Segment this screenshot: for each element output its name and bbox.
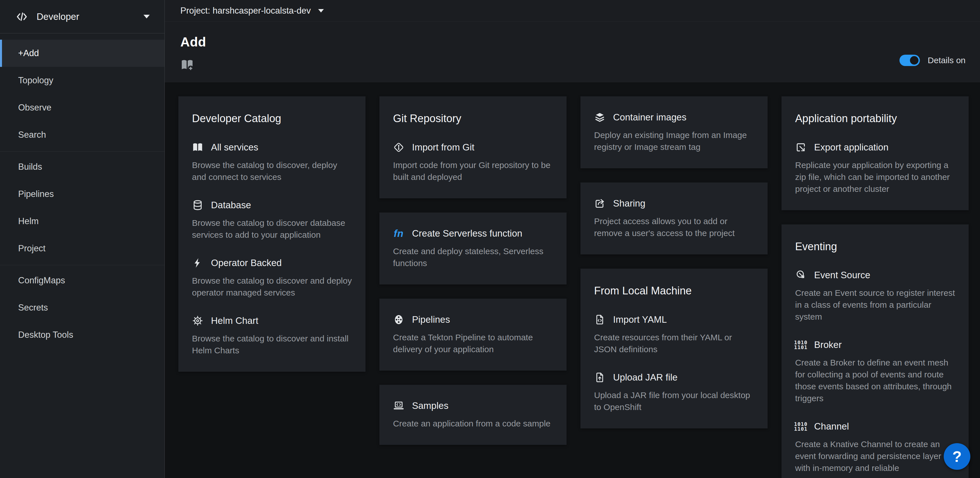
file-upload-icon (594, 372, 605, 383)
project-selector[interactable]: Project: harshcasper-localsta-dev (180, 6, 324, 16)
item-description: Create a Knative Channel to create an ev… (795, 438, 955, 474)
card-column-2: Git RepositoryImport from GitImport code… (379, 96, 566, 478)
file-code-icon (594, 314, 605, 325)
add-item-import-from-git[interactable]: Import from GitImport code from your Git… (393, 142, 553, 183)
add-item-all-services[interactable]: All servicesBrowse the catalog to discov… (192, 142, 352, 183)
page-header: Add Details on (165, 22, 980, 83)
card-title: Developer Catalog (192, 112, 352, 125)
sidebar-item-helm[interactable]: Helm (0, 208, 164, 235)
card-title: Eventing (795, 240, 955, 253)
item-label: Operator Backed (211, 257, 282, 268)
item-header: fnCreate Serverless function (393, 228, 553, 239)
item-header: Upload JAR file (594, 372, 754, 383)
card-developer-catalog: Developer CatalogAll servicesBrowse the … (178, 96, 366, 372)
add-item-samples[interactable]: SamplesCreate an application from a code… (393, 400, 553, 430)
details-toggle-control: Details on (899, 55, 966, 66)
card-column-4: Application portabilityExport applicatio… (781, 96, 969, 478)
add-item-sharing[interactable]: SharingProject access allows you to add … (594, 198, 754, 239)
item-label: Create Serverless function (412, 228, 522, 239)
bolt-icon (192, 257, 203, 268)
item-label: Samples (412, 400, 448, 411)
chevron-down-icon (143, 15, 150, 18)
add-item-helm-chart[interactable]: Helm ChartBrowse the catalog to discover… (192, 315, 352, 356)
item-description: Create an application from a code sample (393, 418, 553, 430)
toggle-knob (910, 56, 918, 65)
item-label: Channel (814, 421, 849, 432)
sidebar-item-secrets[interactable]: Secrets (0, 294, 164, 321)
item-header: All services (192, 142, 352, 153)
item-header: 10101101Broker (795, 339, 955, 351)
database-icon (192, 200, 203, 211)
item-label: Helm Chart (211, 315, 258, 326)
item-description: Upload a JAR file from your local deskto… (594, 389, 754, 413)
item-label: Database (211, 200, 251, 211)
card-container-images: Container imagesDeploy an existing Image… (581, 96, 768, 168)
sidebar-item-desktop-tools[interactable]: Desktop Tools (0, 321, 164, 348)
code-icon (16, 11, 28, 23)
book-icon (192, 142, 203, 153)
item-header: Sharing (594, 198, 754, 209)
add-item-operator-backed[interactable]: Operator BackedBrowse the catalog to dis… (192, 257, 352, 299)
sidebar-nav-group: BuildsPipelinesHelmProject (0, 151, 164, 265)
item-description: Project access allows you to add or remo… (594, 215, 754, 239)
sidebar-item-project[interactable]: Project (0, 235, 164, 262)
item-header: 10101101Channel (795, 421, 955, 432)
card-from-local-machine: From Local MachineImport YAMLCreate reso… (581, 268, 768, 429)
sidebar-item-add[interactable]: +Add (0, 40, 164, 67)
item-description: Browse the catalog to discover, deploy a… (192, 159, 352, 183)
item-header: Database (192, 200, 352, 211)
details-toggle[interactable] (899, 55, 920, 66)
chevron-down-icon (318, 9, 324, 13)
event-source-icon (795, 270, 807, 281)
tekton-icon (393, 314, 404, 325)
add-item-pipelines[interactable]: PipelinesCreate a Tekton Pipeline to aut… (393, 314, 553, 355)
item-label: Upload JAR file (613, 372, 678, 383)
item-header: Samples (393, 400, 553, 411)
card-git-repository: Git RepositoryImport from GitImport code… (379, 96, 566, 199)
sidebar-nav-group: ConfigMapsSecretsDesktop Tools (0, 265, 164, 351)
helm-icon (192, 315, 203, 326)
item-description: Browse the catalog to discover and deplo… (192, 275, 352, 299)
sidebar-nav: +AddTopologyObserveSearchBuildsPipelines… (0, 33, 164, 351)
sidebar-item-configmaps[interactable]: ConfigMaps (0, 267, 164, 294)
item-header: Import YAML (594, 314, 754, 325)
question-mark-icon: ? (953, 448, 962, 465)
item-label: Pipelines (412, 314, 450, 325)
samples-icon (393, 400, 404, 411)
item-description: Import code from your Git repository to … (393, 159, 553, 183)
item-header: Pipelines (393, 314, 553, 325)
sidebar-item-pipelines[interactable]: Pipelines (0, 181, 164, 208)
sidebar-item-topology[interactable]: Topology (0, 67, 164, 94)
add-item-export-application[interactable]: Export applicationReplicate your applica… (795, 142, 955, 195)
item-label: Container images (613, 112, 687, 123)
perspective-label: Developer (37, 11, 79, 22)
item-label: Import YAML (613, 314, 667, 325)
card-column-1: Developer CatalogAll servicesBrowse the … (178, 96, 366, 478)
details-toggle-label: Details on (928, 56, 966, 65)
export-icon (795, 142, 807, 153)
book-plus-icon[interactable] (180, 58, 194, 72)
sidebar: Developer +AddTopologyObserveSearchBuild… (0, 0, 165, 478)
help-button[interactable]: ? (944, 443, 970, 470)
item-description: Create and deploy stateless, Serverless … (393, 245, 553, 269)
add-item-broker[interactable]: 10101101BrokerCreate a Broker to define … (795, 339, 955, 404)
card-title: Git Repository (393, 112, 553, 125)
sidebar-item-builds[interactable]: Builds (0, 153, 164, 181)
add-item-create-serverless-function[interactable]: fnCreate Serverless functionCreate and d… (393, 228, 553, 269)
sidebar-item-observe[interactable]: Observe (0, 94, 164, 121)
add-item-database[interactable]: DatabaseBrowse the catalog to discover d… (192, 200, 352, 241)
add-item-channel[interactable]: 10101101ChannelCreate a Knative Channel … (795, 421, 955, 474)
item-description: Create a Broker to define an event mesh … (795, 357, 955, 404)
add-item-event-source[interactable]: Event SourceCreate an Event source to re… (795, 270, 955, 323)
sidebar-item-search[interactable]: Search (0, 121, 164, 148)
card-pipelines: PipelinesCreate a Tekton Pipeline to aut… (379, 299, 566, 371)
add-item-upload-jar-file[interactable]: Upload JAR fileUpload a JAR file from yo… (594, 372, 754, 413)
add-item-container-images[interactable]: Container imagesDeploy an existing Image… (594, 112, 754, 153)
add-item-import-yaml[interactable]: Import YAMLCreate resources from their Y… (594, 314, 754, 355)
masthead: Project: harshcasper-localsta-dev (165, 0, 980, 22)
binary-icon: 10101101 (795, 339, 807, 351)
share-icon (594, 198, 605, 209)
card-title: Application portability (795, 112, 955, 125)
perspective-switcher[interactable]: Developer (0, 0, 164, 33)
item-description: Create an Event source to register inter… (795, 287, 955, 323)
